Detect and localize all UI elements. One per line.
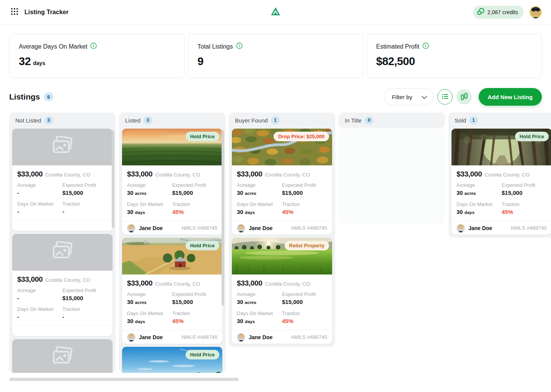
filter-label: Filter by [392, 94, 412, 100]
agent-nmls: NMLS #488745 [511, 225, 547, 231]
info-icon[interactable] [236, 42, 243, 51]
list-view-icon [442, 93, 448, 101]
board-horizontal-scrollbar[interactable] [9, 378, 239, 381]
add-new-listing-button[interactable]: Add New Listing [479, 88, 542, 106]
stat-value: 9 [197, 55, 204, 68]
days-on-market-value: 30 [237, 209, 243, 215]
listing-location: Costilla County, CO [155, 172, 201, 178]
days-on-market-value: 30 [127, 209, 134, 215]
listing-card[interactable]: $33,000 Costilla County, CO Acreage - Ex… [12, 129, 112, 231]
listing-photo: Relist Property [232, 238, 332, 274]
listing-card[interactable]: Hold Price $33,000 Costilla County, CO A… [452, 129, 551, 235]
status-badge: Drop Price: $25,000 [274, 132, 329, 141]
traction-value: 45% [282, 209, 327, 216]
card-footer: Jane Doe NMLS #488745 [122, 330, 222, 344]
traction-value: 45% [172, 209, 217, 216]
agent-nmls: NMLS #488745 [291, 225, 327, 231]
agent-name: Jane Doe [468, 225, 492, 231]
column-scrollbar[interactable] [112, 130, 114, 228]
user-avatar[interactable] [530, 6, 542, 18]
listing-price: $33,000 [456, 170, 482, 178]
kanban-view-icon [460, 92, 468, 102]
listing-card[interactable]: Hold Price $33,000 Costilla County, CO A… [122, 129, 222, 235]
column-count-badge: 3 [143, 116, 152, 124]
traction-label: Traction [172, 201, 217, 207]
agent-nmls: NMLS #488745 [181, 334, 217, 340]
listing-location: Costilla County, CO [46, 277, 91, 283]
acreage-value: - [17, 295, 62, 302]
expected-profit-value: $15,000 [502, 189, 547, 196]
listing-photo: Drop Price: $25,000 [232, 129, 332, 165]
days-unit: days [135, 319, 145, 324]
traction-label: Traction [282, 201, 327, 207]
image-placeholder [12, 129, 112, 165]
agent-avatar [127, 333, 135, 341]
credits-pill[interactable]: 2,087 credits [473, 6, 523, 19]
traction-label: Traction [172, 310, 217, 317]
acreage-unit: acres [245, 300, 256, 305]
agent-name: Jane Doe [139, 334, 163, 340]
status-badge: Hold Price [186, 132, 219, 141]
info-icon[interactable] [422, 42, 429, 51]
photo-stack-icon [51, 346, 74, 369]
section-title: Listings [9, 92, 40, 101]
stat-value: 32 [19, 55, 31, 68]
empty-drop-zone[interactable] [339, 129, 445, 224]
days-unit: days [465, 210, 474, 215]
agent-name: Jane Doe [249, 334, 272, 340]
traction-value: 45% [502, 209, 547, 216]
status-badge: Relist Property [285, 241, 329, 250]
days-on-market-label: Days On Market [17, 201, 62, 207]
listing-card[interactable]: Relist Property $33,000 Costilla County,… [232, 238, 332, 344]
filter-by-dropdown[interactable]: Filter by [384, 88, 433, 105]
expected-profit-label: Expected Profit [172, 291, 217, 297]
days-unit: days [245, 210, 255, 215]
days-on-market-label: Days On Market [237, 310, 282, 317]
listing-photo: Hold Price [122, 238, 222, 274]
listing-card[interactable]: Hold Price $33,000 Costilla County, CO A… [122, 238, 222, 344]
column-scrollbar[interactable] [222, 130, 224, 305]
stat-card-days-on-market: Average Days On Market 32 days [9, 34, 184, 78]
acreage-value: 30 [127, 189, 134, 196]
list-view-button[interactable] [437, 89, 453, 105]
agent-avatar [127, 224, 135, 232]
listing-photo: Hold Price [122, 347, 222, 373]
agent-nmls: NMLS #488745 [291, 334, 327, 340]
column-count-badge: 3 [44, 116, 53, 124]
info-icon[interactable] [90, 42, 97, 51]
status-badge: Hold Price [186, 350, 219, 359]
expected-profit-label: Expected Profit [282, 291, 327, 297]
traction-value: 45% [282, 318, 327, 325]
days-on-market-value: 30 [127, 318, 134, 324]
kanban-column-buyer-found: Buyer Found 1 [229, 113, 335, 347]
agent-name: Jane Doe [249, 225, 272, 231]
top-bar: Listing Tracker 2,087 credits [0, 0, 551, 24]
acreage-value: 30 [127, 299, 134, 305]
stat-label: Total Listings [197, 43, 233, 50]
acreage-unit: acres [245, 191, 256, 196]
expected-profit-value: $15,000 [282, 189, 327, 196]
listing-location: Costilla County, CO [155, 281, 201, 287]
listing-card[interactable]: $33,000 Costilla County, CO Acreage - Ex… [12, 234, 112, 336]
stat-card-total-listings: Total Listings 9 [188, 34, 363, 78]
column-header: Buyer Found 1 [229, 113, 335, 128]
listing-price: $33,000 [17, 275, 43, 284]
listing-price: $33,000 [237, 170, 262, 178]
days-unit: days [135, 210, 145, 215]
listing-card[interactable]: Drop Price: $25,000 $33,000 Costilla Cou… [232, 129, 332, 235]
listing-card[interactable]: Hold Price $33,000 Costilla County, CO [122, 347, 222, 373]
agent-avatar [237, 224, 245, 232]
listing-card[interactable]: $33,000 Costilla County, CO [12, 339, 112, 373]
column-title: Not Listed [15, 117, 41, 124]
brand-logo-icon [271, 7, 280, 18]
days-on-market-value: - [17, 208, 62, 215]
column-count-badge: 0 [365, 116, 373, 124]
column-header: Not Listed 3 [9, 113, 116, 128]
image-placeholder [12, 339, 112, 373]
days-on-market-label: Days On Market [456, 201, 502, 207]
acreage-unit: acres [135, 300, 147, 305]
expected-profit-label: Expected Profit [172, 182, 217, 188]
kanban-board: Not Listed 3 [0, 113, 551, 373]
apps-grid-button[interactable] [9, 7, 20, 18]
kanban-view-button[interactable] [456, 89, 472, 105]
